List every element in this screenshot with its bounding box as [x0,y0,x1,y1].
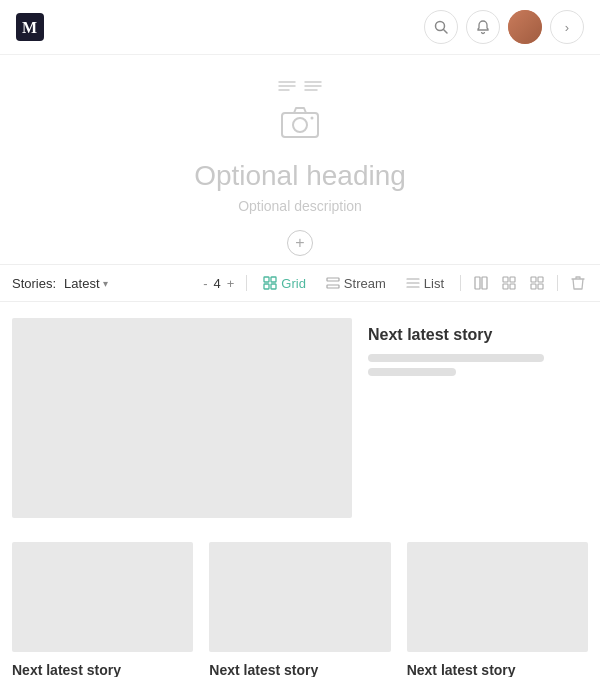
svg-rect-17 [327,278,339,281]
svg-rect-13 [264,277,269,282]
filter-chevron: ▾ [103,278,108,289]
count-controls: - 4 + [201,276,236,291]
toolbar-divider-3 [557,275,558,291]
svg-rect-27 [510,284,515,289]
hero-camera-icon [16,105,584,148]
grid-title-3: Next latest story [407,662,588,677]
view-stream-label: Stream [344,276,386,291]
svg-rect-15 [264,284,269,289]
hero-description: Optional description [16,198,584,214]
search-button[interactable] [424,10,458,44]
svg-rect-29 [538,277,543,282]
svg-point-12 [311,117,314,120]
view-small-icon[interactable] [499,274,519,292]
featured-title: Next latest story [368,326,588,344]
delete-button[interactable] [568,273,588,293]
svg-point-11 [293,118,307,132]
toolbar-divider-2 [460,275,461,291]
grid-stories: Next latest story Next latest story Next… [12,542,588,677]
view-list-button[interactable]: List [400,274,450,293]
app-header: M › [0,0,600,55]
back-button[interactable]: › [550,10,584,44]
grid-item-2: Next latest story [209,542,390,677]
count-plus[interactable]: + [225,276,237,291]
avatar[interactable] [508,10,542,44]
view-stream-button[interactable]: Stream [320,274,392,293]
content-toolbar: Stories: Latest ▾ - 4 + Grid Stream [0,264,600,302]
stories-label: Stories: [12,276,56,291]
grid-title-1: Next latest story [12,662,193,677]
grid-image-2 [209,542,390,652]
view-grid-button[interactable]: Grid [257,274,312,293]
svg-rect-30 [531,284,536,289]
add-button[interactable]: + [287,230,313,256]
view-table-icon[interactable] [527,274,547,292]
hero-section: Optional heading Optional description + [0,55,600,264]
header-actions: › [424,10,584,44]
grid-image-3 [407,542,588,652]
svg-rect-25 [510,277,515,282]
story-line-1 [368,354,544,362]
grid-item-3: Next latest story [407,542,588,677]
featured-text: Next latest story [368,318,588,382]
svg-rect-28 [531,277,536,282]
svg-text:M: M [22,19,37,36]
app-logo[interactable]: M [16,13,44,41]
main-content: Next latest story Next latest story Next… [0,302,600,677]
svg-rect-16 [271,284,276,289]
svg-rect-18 [327,285,339,288]
grid-image-1 [12,542,193,652]
svg-line-3 [444,30,448,34]
svg-rect-23 [482,277,487,289]
view-grid-label: Grid [281,276,306,291]
svg-rect-24 [503,277,508,282]
hero-heading: Optional heading [16,160,584,192]
count-minus[interactable]: - [201,276,209,291]
svg-rect-31 [538,284,543,289]
grid-item-1: Next latest story [12,542,193,677]
view-list-label: List [424,276,444,291]
grid-title-2: Next latest story [209,662,390,677]
svg-rect-26 [503,284,508,289]
notifications-button[interactable] [466,10,500,44]
svg-rect-10 [282,113,318,137]
toolbar-divider-1 [246,275,247,291]
filter-label: Latest [64,276,99,291]
svg-rect-22 [475,277,480,289]
hero-icons [16,79,584,93]
svg-rect-14 [271,277,276,282]
count-value: 4 [213,276,220,291]
story-line-2 [368,368,456,376]
view-large-icon[interactable] [471,274,491,292]
stories-filter[interactable]: Latest ▾ [64,276,107,291]
featured-story: Next latest story [12,318,588,518]
featured-image [12,318,352,518]
